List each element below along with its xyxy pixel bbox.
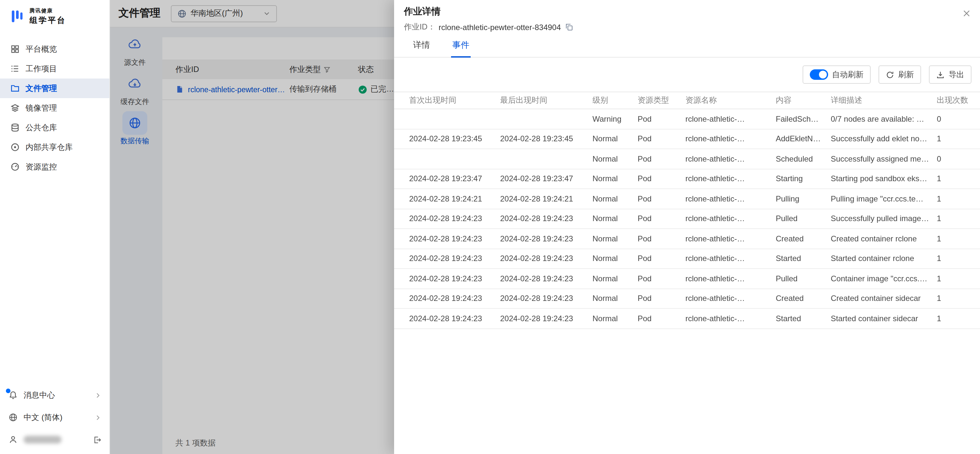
tab-events[interactable]: 事件 xyxy=(451,37,471,57)
sidebar-menu: 平台概览 工作项目 文件管理 镜像管理 公共仓库 内部共享仓库 xyxy=(0,39,109,177)
logout-icon xyxy=(93,435,102,444)
share-icon xyxy=(11,143,20,152)
cell-level: Normal xyxy=(592,214,638,224)
cell-description: Successfully pulled image… xyxy=(831,214,937,224)
cell-level: Normal xyxy=(592,175,638,184)
sidebar-footer: 消息中心 中文 (简体) xyxy=(0,384,109,454)
job-id-value: rclone-athletic-pewter-otter-834904 xyxy=(439,22,561,32)
sidebar-item-label: 资源监控 xyxy=(25,161,57,172)
cell-count: 1 xyxy=(937,194,971,203)
cell-content: Started xyxy=(776,314,831,323)
cell-resource-name: rclone-athletic-… xyxy=(686,154,776,164)
job-id-line: 作业ID： rclone-athletic-pewter-otter-83490… xyxy=(404,22,970,33)
event-row: 2024-02-28 19:24:23 2024-02-28 19:24:23 … xyxy=(394,309,980,329)
sidebar-item-label: 公共仓库 xyxy=(25,122,57,133)
cell-first-time: 2024-02-28 19:23:45 xyxy=(409,135,500,144)
cell-resource-type: Pod xyxy=(638,175,686,184)
cell-content: Starting xyxy=(776,175,831,184)
cell-level: Normal xyxy=(592,254,638,263)
cell-content: Started xyxy=(776,254,831,263)
event-row: 2024-02-28 19:24:23 2024-02-28 19:24:23 … xyxy=(394,249,980,269)
cell-description: Created container rclone xyxy=(831,234,937,243)
cell-resource-type: Pod xyxy=(638,314,686,323)
language-selector-item[interactable]: 中文 (简体) xyxy=(0,406,109,429)
tab-details[interactable]: 详情 xyxy=(412,37,431,57)
cell-content: Pulled xyxy=(776,214,831,224)
cell-resource-name: rclone-athletic-… xyxy=(686,254,776,263)
refresh-button[interactable]: 刷新 xyxy=(878,65,921,84)
cell-content: FailedSch… xyxy=(776,114,831,124)
cell-description: 0/7 nodes are available: … xyxy=(831,114,937,124)
event-row: 2024-02-28 19:24:23 2024-02-28 19:24:23 … xyxy=(394,269,980,289)
col-level: 级别 xyxy=(592,95,638,106)
cell-resource-type: Pod xyxy=(638,194,686,203)
cell-level: Normal xyxy=(592,194,638,203)
event-row: Normal Pod rclone-athletic-… Scheduled S… xyxy=(394,149,980,169)
cell-count: 0 xyxy=(937,154,971,164)
message-center-label: 消息中心 xyxy=(24,390,55,401)
cell-last-time: 2024-02-28 19:24:23 xyxy=(500,274,592,283)
cell-first-time: 2024-02-28 19:24:23 xyxy=(409,294,500,303)
auto-refresh-control[interactable]: 自动刷新 xyxy=(803,65,871,84)
sidebar-item-overview[interactable]: 平台概览 xyxy=(0,39,109,59)
monitor-icon xyxy=(11,162,20,171)
event-row: 2024-02-28 19:24:23 2024-02-28 19:24:23 … xyxy=(394,289,980,309)
cell-count: 0 xyxy=(937,114,971,124)
drawer-header: 作业详情 作业ID： rclone-athletic-pewter-otter-… xyxy=(394,0,980,33)
sidebar-item-image-management[interactable]: 镜像管理 xyxy=(0,98,109,118)
cell-description: Container image "ccr.ccs.… xyxy=(831,274,937,283)
cell-count: 1 xyxy=(937,135,971,144)
user-account-item[interactable] xyxy=(0,429,109,451)
cell-level: Warning xyxy=(592,114,638,124)
auto-refresh-label: 自动刷新 xyxy=(832,69,864,80)
sidebar-item-resource-monitor[interactable]: 资源监控 xyxy=(0,157,109,177)
sidebar-item-projects[interactable]: 工作项目 xyxy=(0,59,109,78)
cell-count: 1 xyxy=(937,214,971,224)
cell-level: Normal xyxy=(592,234,638,243)
cell-resource-type: Pod xyxy=(638,234,686,243)
close-icon[interactable] xyxy=(961,8,972,18)
job-id-label: 作业ID： xyxy=(404,22,435,33)
cell-content: Created xyxy=(776,294,831,303)
sidebar-item-file-management[interactable]: 文件管理 xyxy=(0,78,109,98)
cell-resource-type: Pod xyxy=(638,294,686,303)
sidebar-item-internal-shared-repo[interactable]: 内部共享仓库 xyxy=(0,137,109,157)
cell-last-time: 2024-02-28 19:24:23 xyxy=(500,214,592,224)
sidebar-item-public-repo[interactable]: 公共仓库 xyxy=(0,118,109,137)
cell-resource-name: rclone-athletic-… xyxy=(686,314,776,323)
export-button[interactable]: 导出 xyxy=(929,65,972,84)
cell-description: Started container sidecar xyxy=(831,314,937,323)
col-content: 内容 xyxy=(776,95,831,106)
language-label: 中文 (简体) xyxy=(24,412,62,423)
sidebar: 腾讯健康 组学平台 平台概览 工作项目 文件管理 镜像管理 xyxy=(0,0,110,454)
cell-count: 1 xyxy=(937,175,971,184)
event-row: 2024-02-28 19:24:23 2024-02-28 19:24:23 … xyxy=(394,209,980,229)
cell-resource-type: Pod xyxy=(638,214,686,224)
cell-last-time: 2024-02-28 19:24:23 xyxy=(500,294,592,303)
logo-line2: 组学平台 xyxy=(29,15,66,26)
cell-description: Started container rclone xyxy=(831,254,937,263)
cell-count: 1 xyxy=(937,234,971,243)
cell-description: Created container sidecar xyxy=(831,294,937,303)
download-icon xyxy=(936,70,945,79)
cell-first-time: 2024-02-28 19:24:23 xyxy=(409,254,500,263)
cell-count: 1 xyxy=(937,314,971,323)
cell-resource-type: Pod xyxy=(638,114,686,124)
message-center-item[interactable]: 消息中心 xyxy=(0,384,109,406)
cell-level: Normal xyxy=(592,135,638,144)
col-resource-type: 资源类型 xyxy=(638,95,686,106)
copy-icon[interactable] xyxy=(565,23,573,32)
cell-description: Pulling image "ccr.ccs.te… xyxy=(831,194,937,203)
drawer-title: 作业详情 xyxy=(404,6,970,17)
auto-refresh-toggle[interactable] xyxy=(810,69,828,80)
export-label: 导出 xyxy=(948,69,964,80)
cell-content: Pulling xyxy=(776,194,831,203)
sidebar-item-label: 平台概览 xyxy=(25,43,57,55)
col-resource-name: 资源名称 xyxy=(686,95,776,106)
cell-resource-type: Pod xyxy=(638,274,686,283)
user-icon xyxy=(8,435,18,444)
sidebar-item-label: 工作项目 xyxy=(25,63,57,74)
cell-first-time: 2024-02-28 19:24:23 xyxy=(409,274,500,283)
cell-resource-type: Pod xyxy=(638,135,686,144)
user-name-blurred xyxy=(24,436,62,443)
